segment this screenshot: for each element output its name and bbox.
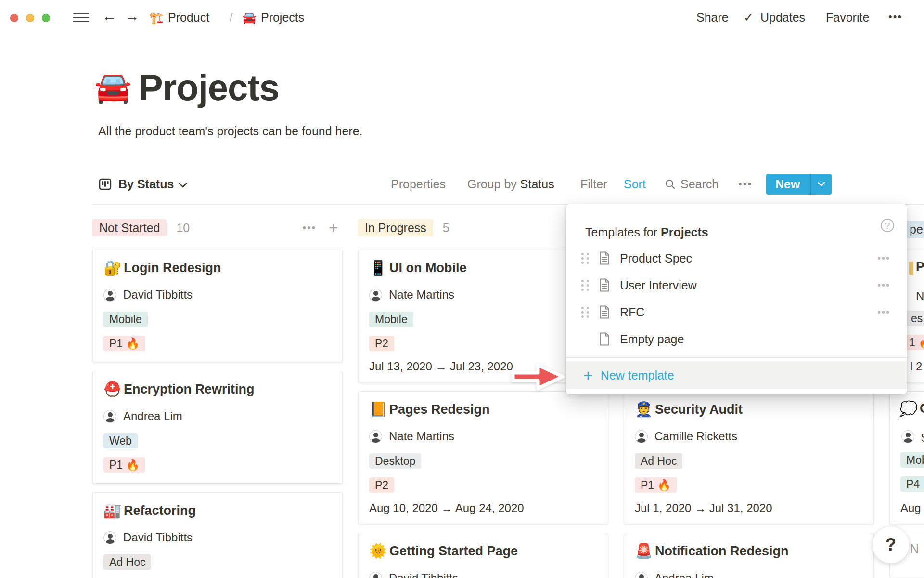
project-card[interactable]: 🌞Getting Started PageDavid Tibbitts — [358, 533, 608, 578]
filter-button[interactable]: Filter — [580, 170, 607, 198]
template-item[interactable]: User Interview••• — [566, 272, 907, 299]
page-title: Projects — [139, 66, 279, 108]
card-tag-row: P2 — [369, 477, 597, 493]
sort-button[interactable]: Sort — [624, 170, 646, 198]
tag-badge: P1 🔥 — [103, 336, 145, 351]
template-item[interactable]: RFC••• — [566, 299, 907, 326]
drag-dot — [581, 253, 584, 255]
traffic-light-close-button[interactable] — [10, 14, 18, 22]
card-person-row: Nate Martins — [369, 288, 597, 302]
red-annotation-arrow — [508, 359, 567, 396]
column-status-badge[interactable]: Not Started — [92, 219, 167, 236]
new-button-label: New — [766, 177, 810, 191]
plus-icon: + — [583, 362, 593, 389]
drag-dot — [587, 280, 589, 282]
card-emoji-icon: 🏭 — [103, 502, 124, 519]
toolbar-more-icon[interactable]: ••• — [738, 170, 752, 198]
window-top-bar: ← → 🏗️Product / 🚘Projects Share ✓ Update… — [0, 0, 924, 31]
drag-handle-icon[interactable] — [581, 307, 591, 318]
favorite-button[interactable]: Favorite — [826, 11, 869, 25]
project-card[interactable]: 👮Security AuditCamille RickettsAd HocP1 … — [624, 391, 874, 524]
clipped-card-date: l 2 — [910, 360, 922, 373]
card-title: Pages Redesign — [389, 402, 490, 417]
card-title: Login Redesign — [124, 261, 221, 276]
search-icon[interactable] — [665, 179, 676, 190]
properties-button[interactable]: Properties — [391, 170, 446, 198]
card-tag-row: P1 🔥 — [103, 336, 332, 351]
new-template-label: New template — [601, 368, 674, 382]
person-name: Camille Ricketts — [654, 430, 737, 443]
check-icon: ✓ — [744, 11, 754, 25]
card-emoji-icon: 🔐 — [103, 260, 124, 276]
column-status-badge[interactable]: In Progress — [358, 219, 433, 236]
breadcrumb-separator: / — [230, 11, 233, 24]
clipped-new-label[interactable]: N — [910, 542, 919, 556]
help-button[interactable]: ? — [872, 526, 910, 564]
drag-dot — [587, 315, 589, 318]
car-emoji-icon: 🚘 — [242, 11, 257, 25]
card-tag-row: Mobile — [103, 312, 332, 327]
project-card[interactable]: ⛑️Encryption RewritingAndrea LimWebP1 🔥 — [92, 371, 343, 484]
popup-help-icon[interactable]: ? — [881, 219, 894, 232]
person-avatar — [635, 430, 648, 443]
share-button[interactable]: Share — [696, 11, 729, 25]
tag-badge: Ad Hoc — [635, 453, 682, 469]
drag-handle-icon[interactable] — [581, 280, 591, 291]
back-arrow-icon[interactable]: ← — [102, 8, 117, 25]
card-title-row: 📱UI on Mobile — [369, 260, 597, 276]
column-add-icon[interactable]: + — [329, 219, 338, 236]
thought-balloon-emoji-icon: 💭 — [899, 400, 917, 417]
template-list: Product Spec•••User Interview•••RFC•••Em… — [566, 245, 907, 353]
breadcrumb-projects[interactable]: 🚘Projects — [242, 11, 304, 25]
project-card[interactable]: 🏭RefactoringDavid TibbittsAd HocP1 🔥 — [92, 492, 343, 578]
card-date-range: Jul 1, 2020 → Jul 31, 2020 — [635, 501, 863, 515]
group-by-button[interactable]: Group by Status — [467, 170, 554, 198]
traffic-light-minimize-button[interactable] — [26, 14, 34, 22]
traffic-light-zoom-button[interactable] — [42, 14, 50, 22]
view-selector[interactable]: By Status — [118, 170, 187, 198]
project-card[interactable]: 🚨Notification RedesignAndrea Lim — [624, 533, 874, 578]
window-more-icon[interactable]: ••• — [888, 11, 902, 23]
drag-dot — [581, 315, 584, 318]
card-emoji-icon: ⛑️ — [103, 381, 124, 397]
card-person-row: David Tibbitts — [103, 288, 332, 302]
template-item-more-icon[interactable]: ••• — [877, 253, 890, 264]
tag-badge: Ad Hoc — [103, 554, 151, 570]
tag-badge: Desktop — [369, 453, 421, 469]
card-person-row: David Tibbitts — [369, 571, 597, 578]
page-emoji-icon[interactable]: 🚘 — [94, 72, 131, 102]
card-person-row: Andrea Lim — [103, 409, 332, 423]
template-item-more-icon[interactable]: ••• — [877, 307, 890, 318]
drag-dot — [587, 253, 589, 255]
card-tag-row: Web — [103, 433, 332, 448]
drag-handle-icon[interactable] — [581, 253, 591, 264]
drag-dot — [581, 311, 584, 314]
card-title-row: 🔐Login Redesign — [103, 260, 332, 276]
sidebar-menu-icon[interactable] — [73, 13, 89, 22]
tag-badge: P2 — [369, 336, 394, 351]
project-card-clipped[interactable]: 💭 C S Mobile P4 Aug 3 — [889, 391, 924, 524]
breadcrumb-product[interactable]: 🏗️Product — [149, 11, 209, 25]
template-item-more-icon[interactable]: ••• — [877, 280, 890, 291]
forward-arrow-icon[interactable]: → — [125, 8, 140, 25]
new-template-button[interactable]: + New template — [566, 361, 907, 389]
updates-button[interactable]: Updates — [760, 11, 805, 25]
column-header: Not Started10•••+ — [92, 217, 343, 239]
drag-dot — [581, 280, 584, 282]
page-description: All the product team's projects can be f… — [98, 124, 363, 138]
drag-dot — [581, 257, 584, 260]
new-button[interactable]: New — [766, 174, 832, 195]
card-emoji-icon: 🚨 — [635, 543, 655, 559]
new-button-chevron-icon[interactable] — [811, 182, 832, 187]
templates-popup: Templates for Projects ? Product Spec•••… — [566, 204, 907, 394]
search-button[interactable]: Search — [680, 170, 719, 198]
clipped-person-name: S — [921, 431, 924, 445]
templates-popup-title: Templates for Projects — [585, 225, 708, 239]
column-more-icon[interactable]: ••• — [302, 222, 316, 234]
project-card[interactable]: 🔐Login RedesignDavid TibbittsMobileP1 🔥 — [92, 250, 343, 362]
template-item[interactable]: Empty page — [566, 326, 907, 353]
project-card[interactable]: 📙Pages RedesignNate MartinsDesktopP2Aug … — [358, 391, 608, 524]
person-name: David Tibbitts — [389, 571, 458, 578]
card-tag-row: P1 🔥 — [103, 457, 332, 473]
template-item[interactable]: Product Spec••• — [566, 245, 907, 272]
